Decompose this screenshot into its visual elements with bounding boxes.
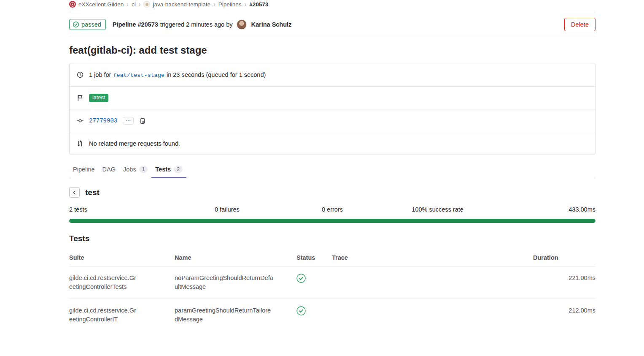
trace-cell bbox=[332, 266, 533, 299]
test-suite-title: test bbox=[85, 188, 100, 197]
jobs-count-badge: 1 bbox=[139, 166, 148, 173]
duration-cell: 221.00ms bbox=[533, 266, 595, 299]
suite-cell: gilde.ci.cd.restservice.GreetingControll… bbox=[69, 266, 175, 299]
tests-count-badge: 2 bbox=[174, 166, 183, 173]
test-row: gilde.ci.cd.restservice.GreetingControll… bbox=[69, 299, 595, 331]
tests-table-header-row: Suite Name Status Trace Duration bbox=[69, 250, 595, 266]
chevron-left-icon bbox=[72, 190, 77, 195]
clock-icon bbox=[77, 71, 84, 78]
latest-badge[interactable]: latest bbox=[89, 94, 108, 102]
breadcrumb-link-subgroup[interactable]: ci bbox=[132, 1, 136, 8]
merge-request-row: No related merge requests found. bbox=[70, 132, 595, 155]
tests-heading: Tests bbox=[69, 234, 595, 243]
test-row: gilde.ci.cd.restservice.GreetingControll… bbox=[69, 266, 595, 299]
check-circle-icon bbox=[73, 21, 79, 28]
commit-row: 27779903 ⋯ bbox=[70, 109, 595, 132]
breadcrumb: eXXcellent Gilden › ci › java-backend-te… bbox=[69, 0, 595, 8]
job-summary-row: 1 job for feat/test-stage in 23 seconds … bbox=[70, 63, 595, 86]
clipboard-icon bbox=[139, 117, 146, 124]
success-check-icon bbox=[296, 274, 306, 283]
latest-badge-row: latest bbox=[70, 86, 595, 109]
back-button[interactable] bbox=[69, 187, 80, 198]
column-header-trace: Trace bbox=[332, 250, 533, 266]
pipeline-id-label: Pipeline #20573 bbox=[113, 21, 158, 28]
pipeline-tabs: Pipeline DAG Jobs 1 Tests 2 bbox=[69, 162, 595, 178]
status-cell bbox=[296, 266, 332, 299]
pipeline-status-label: passed bbox=[81, 21, 101, 28]
tab-jobs[interactable]: Jobs 1 bbox=[119, 162, 151, 178]
page-container: eXXcellent Gilden › ci › java-backend-te… bbox=[69, 0, 595, 331]
pipeline-info-box: 1 job for feat/test-stage in 23 seconds … bbox=[69, 63, 595, 155]
commit-sha-link[interactable]: 27779903 bbox=[89, 117, 117, 124]
tab-tests[interactable]: Tests 2 bbox=[151, 162, 186, 178]
tab-tests-label: Tests bbox=[155, 166, 171, 173]
duration-cell: 212.00ms bbox=[533, 299, 595, 331]
tab-jobs-label: Jobs bbox=[123, 166, 136, 173]
breadcrumb-group[interactable]: eXXcellent Gilden bbox=[69, 1, 124, 8]
pipeline-header: passed Pipeline #20573 triggered 2 minut… bbox=[69, 12, 595, 37]
chevron-right-icon: › bbox=[213, 1, 216, 7]
flag-icon bbox=[77, 95, 84, 101]
job-summary-text: 1 job for feat/test-stage in 23 seconds … bbox=[89, 71, 266, 79]
breadcrumb-project[interactable]: java-backend-template bbox=[143, 1, 210, 8]
commit-title: feat(gitlab-ci): add test stage bbox=[69, 44, 595, 56]
chevron-right-icon: › bbox=[127, 1, 129, 7]
column-header-name: Name bbox=[175, 250, 296, 266]
stat-total-tests: 2 tests bbox=[69, 206, 175, 213]
name-cell: paramGreetingShouldReturnTailoredMessage bbox=[175, 299, 296, 331]
job-duration-text: in 23 seconds (queued for 1 second) bbox=[167, 71, 266, 78]
breadcrumb-pipelines[interactable]: Pipelines bbox=[218, 1, 242, 8]
status-cell bbox=[296, 299, 332, 331]
pipeline-author-name[interactable]: Karina Schulz bbox=[251, 21, 291, 28]
breadcrumb-link-project[interactable]: java-backend-template bbox=[153, 1, 210, 8]
success-rate-bar bbox=[69, 219, 595, 223]
job-count-text: 1 job for bbox=[89, 71, 111, 78]
chevron-right-icon: › bbox=[244, 1, 246, 7]
delete-button[interactable]: Delete bbox=[564, 18, 595, 31]
breadcrumb-current-pipeline: #20573 bbox=[249, 1, 268, 8]
user-avatar[interactable] bbox=[237, 19, 247, 30]
breadcrumb-link-group[interactable]: eXXcellent Gilden bbox=[78, 1, 124, 8]
tests-table: Suite Name Status Trace Duration gilde.c… bbox=[69, 250, 595, 331]
tab-pipeline[interactable]: Pipeline bbox=[69, 162, 99, 178]
pipeline-triggered-text: triggered 2 minutes ago by bbox=[160, 21, 233, 28]
stat-errors: 0 errors bbox=[280, 206, 385, 213]
merge-request-icon bbox=[77, 140, 84, 147]
tab-dag[interactable]: DAG bbox=[99, 162, 119, 178]
breadcrumb-subgroup[interactable]: ci bbox=[132, 1, 136, 8]
stat-success-rate: 100% success rate bbox=[385, 206, 490, 213]
project-avatar-icon bbox=[143, 1, 150, 8]
chevron-right-icon: › bbox=[139, 1, 141, 7]
trace-cell bbox=[332, 299, 533, 331]
branch-ref-link[interactable]: feat/test-stage bbox=[113, 72, 164, 79]
tab-pipeline-label: Pipeline bbox=[73, 166, 95, 173]
pipeline-meta: Pipeline #20573 triggered 2 minutes ago … bbox=[113, 19, 292, 30]
shield-icon bbox=[70, 2, 75, 7]
column-header-suite: Suite bbox=[69, 250, 175, 266]
test-suite-header: test bbox=[69, 187, 595, 198]
name-cell: noParamGreetingShouldReturnDefaultMessag… bbox=[175, 266, 296, 299]
commit-message-ellipsis-button[interactable]: ⋯ bbox=[123, 117, 134, 125]
suite-cell: gilde.ci.cd.restservice.GreetingControll… bbox=[69, 299, 175, 331]
column-header-status: Status bbox=[296, 250, 332, 266]
stat-failures: 0 failures bbox=[175, 206, 280, 213]
pipeline-status-badge[interactable]: passed bbox=[69, 19, 106, 30]
success-check-icon bbox=[296, 306, 306, 315]
stat-duration: 433.00ms bbox=[490, 206, 595, 213]
commit-icon bbox=[77, 117, 84, 124]
tab-dag-label: DAG bbox=[102, 166, 116, 173]
test-suite-stats: 2 tests 0 failures 0 errors 100% success… bbox=[69, 206, 595, 213]
success-rate-fill bbox=[69, 219, 595, 223]
no-merge-requests-text: No related merge requests found. bbox=[89, 140, 180, 147]
breadcrumb-link-pipelines[interactable]: Pipelines bbox=[218, 1, 242, 8]
copy-commit-sha-button[interactable] bbox=[139, 117, 146, 124]
group-avatar-icon bbox=[69, 1, 76, 8]
header-divider bbox=[69, 37, 595, 37]
column-header-duration: Duration bbox=[533, 250, 595, 266]
